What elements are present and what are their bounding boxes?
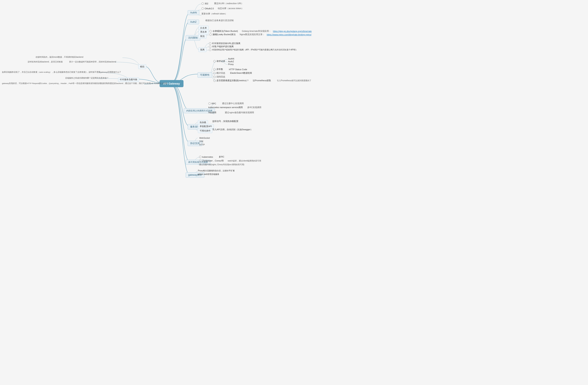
circle-icon	[213, 72, 216, 74]
link-nginx-ratelimit[interactable]: https://www.nginx.com/blog/rate-limiting…	[267, 33, 312, 36]
leaf-elastic: ElasticSearch数据统筹	[230, 71, 252, 74]
label-302: 302	[205, 2, 208, 5]
node-http-call: http调用 通过nginx做负载均衡实现调用	[208, 111, 254, 114]
circle-icon	[213, 79, 216, 82]
label-stats-log: 统计日志	[216, 71, 225, 74]
leaf-mock2: 定时轮询对应的backend，是否已经恢复	[28, 61, 63, 63]
circle-icon	[199, 156, 201, 158]
label-request-log: 请求记录	[216, 60, 225, 63]
circle-icon	[209, 33, 212, 36]
node-isolation-url: 针对请求的目标URL进行隔离	[209, 42, 240, 45]
leaf-multi-rc: 多RC	[219, 155, 224, 158]
cat-node-access-control[interactable]: 访问限制	[186, 35, 200, 41]
node-rpc: RPC 通过注册中心实现调用	[208, 102, 244, 105]
circle-icon	[213, 60, 216, 63]
leaf-prometheus2: 引入Prometheus就可以抓到我需要的了	[277, 79, 311, 82]
cat-node-authn[interactable]: AuthN	[188, 10, 199, 15]
circle-icon	[209, 42, 211, 45]
leaf-http-status: HTTP Status Code	[229, 68, 247, 70]
label-k8s-ns: kubernetes namespace service调用	[208, 106, 243, 109]
leaf-mock2b: 算计一定次数超时可能某种异常，回掉对应的backend	[69, 61, 116, 63]
node-refresh-token: 更新令牌（refresh token）	[201, 12, 227, 15]
leaf-isolation-ip: 对客户端的IP进行隔离	[212, 45, 234, 48]
leaf-nginx-ratelimit: Nginx限流实现应用文章：	[240, 33, 265, 36]
circle-icon	[213, 76, 216, 78]
cat-node-authz[interactable]: AuthZ	[188, 20, 199, 24]
node-token-bucket: 令牌桶算法(Token Bucket) Golang time/rate库实现应…	[209, 30, 312, 33]
leaf-http-call: 通过nginx做负载均衡实现调用	[225, 111, 254, 114]
node-stats-log: 统计日志 ElasticSearch数据统筹	[213, 71, 252, 74]
circle-icon	[201, 7, 204, 10]
circle-icon	[209, 49, 211, 51]
node-proxy-split: Proxy根分流量细到划分后，以便水平扩展	[198, 169, 235, 172]
leaf-rpc: 通过注册中心实现调用	[222, 102, 244, 105]
label-rpc: RPC	[211, 102, 216, 105]
leaf-golang-ratelimit: Golang time/rate库实现应用：	[242, 30, 271, 33]
leaf-nginx-ha: 通过负载均衡(nginx, Envoy等实现svc调用的高可用)	[199, 163, 244, 166]
node-leaky-bucket: 漏桶(Leaky Bucket)算法 Nginx限流实现应用文章： https:…	[209, 33, 312, 36]
leaf-access-token: 动态令牌（access token）	[218, 7, 243, 10]
leaf-isolation-url: 针对请求的目标URL进行隔离	[212, 42, 240, 45]
leaf-proxy-split: Proxy根分流量细到划分后，以便水平扩展	[198, 170, 235, 172]
node-isolation-ip: 对客户端的IP进行隔离	[209, 45, 234, 48]
label-error-count: 异常数	[216, 68, 223, 71]
leaf-admin-web: admin web管理后端服务	[198, 173, 219, 175]
node-blacklist[interactable]: 黑名单	[198, 30, 209, 34]
circle-icon	[213, 68, 216, 70]
node-metrics: 是否需要暴露监控数据(metrics)？ 以Prometheus抓取 引入Pro…	[213, 79, 311, 82]
mindmap-container: API Gateway AuthN 302 重定向URI（redirection…	[0, 0, 588, 385]
node-k8s-ns: kubernetes namespace service调用 多RC实现调用	[208, 106, 261, 109]
node-req-authn: AuthN	[228, 58, 234, 60]
circle-icon	[208, 102, 211, 105]
leaf-refresh-token: 更新令牌（refresh token）	[201, 12, 227, 15]
node-302: 302 重定向URI（redirection URI）	[201, 2, 243, 5]
label-token-bucket: 令牌桶算法(Token Bucket)	[212, 30, 238, 33]
node-mock[interactable]: 模拟	[138, 65, 146, 69]
node-lb[interactable]: 针对服务负载均衡	[118, 77, 139, 82]
node-error-count: 异常数 HTTP Status Code	[213, 68, 247, 71]
leaf-lb1: 如果后端服务宕机了，并且已以自动恢复（auto-scaling），多么后端服务把…	[2, 71, 121, 73]
node-visual-ops[interactable]: 可视化操作	[198, 129, 212, 133]
node-ratelimit[interactable]: 限流	[198, 34, 206, 39]
label-zk: Zookeeper，Consul等	[202, 159, 224, 162]
label-metrics: 是否需要暴露监控数据(metrics)？	[216, 79, 249, 82]
circle-icon	[209, 30, 212, 32]
leaf-ab-test: gateway实现的话，可以根据HTTP Request的Cookie，Quer…	[2, 82, 140, 85]
label-oauth: OAuth2.0	[205, 7, 214, 10]
link-golang-timerate[interactable]: https://pkg.go.dev/golang.org/x/time/rat…	[273, 30, 312, 32]
node-admin-web: admin web管理后端服务	[198, 173, 219, 176]
leaf-prometheus: 以Prometheus抓取	[253, 79, 271, 82]
node-request-log: 请求记录	[213, 60, 225, 63]
cat-node-observability[interactable]: 可观察性	[197, 72, 212, 78]
node-access-log: 访问日志	[213, 75, 225, 78]
circle-icon	[201, 2, 204, 5]
node-k8s-ha: kubernetes 多RC	[199, 155, 224, 158]
label-access-log: 访问日志	[216, 75, 225, 78]
node-nginx-ha: 通过负载均衡(nginx, Envoy等实现svc调用的高可用)	[199, 163, 244, 166]
node-isolation-user: 对某些特定用户或者用户组进行隔离（API：IPv6用户可能与普通公网只允许访问1…	[209, 48, 298, 51]
leaf-zk: watch监听，通过client端调用的高可用	[228, 159, 261, 162]
node-http: HTTP	[198, 143, 205, 146]
circle-icon	[209, 45, 211, 48]
label-leaky-bucket: 漏桶(Leaky Bucket)算法	[212, 33, 236, 36]
node-oauth: OAuth2.0 动态令牌（access token）	[201, 7, 244, 10]
node-authz-desc: 根据自己业务来进行灵活控制	[205, 19, 234, 22]
node-websocket: WebSocket	[198, 136, 211, 139]
node-isolation[interactable]: 隔离	[198, 47, 206, 52]
leaf-isolation-user: 对某些特定用户或者用户组进行隔离（API：IPv6用户可能与普通公网只允许访问1…	[212, 48, 298, 51]
node-req-proxy: Proxy	[228, 63, 234, 66]
circle-icon	[199, 160, 201, 162]
leaf-authz: 根据自己业务来进行灵活控制	[205, 19, 234, 22]
node-ui-api[interactable]: 界面配置API	[198, 124, 214, 129]
leaf-k8s-ns: 多RC实现调用	[247, 106, 261, 109]
mindmap-svg	[0, 0, 588, 385]
label-k8s-ha: kubernetes	[202, 156, 213, 158]
label-http-call: http调用	[208, 111, 216, 114]
leaf-lb2: 后端服务之间成功调例内哪？还是网关负责来做？	[65, 77, 109, 79]
leaf-mock1: 在较时间段内，返回mock数据，不再调求相应backend	[36, 56, 83, 59]
node-zk: Zookeeper，Consul等 watch监听，通过client端调用的高可…	[199, 159, 261, 162]
node-sse: SSE	[198, 140, 204, 143]
node-req-authz: AuthZ	[228, 60, 234, 63]
leaf-swagger: 导入API文档，自动识别（比如Swagger）	[212, 128, 253, 131]
leaf-hot-reload: 监听信号，实现热加载配置	[212, 120, 238, 123]
